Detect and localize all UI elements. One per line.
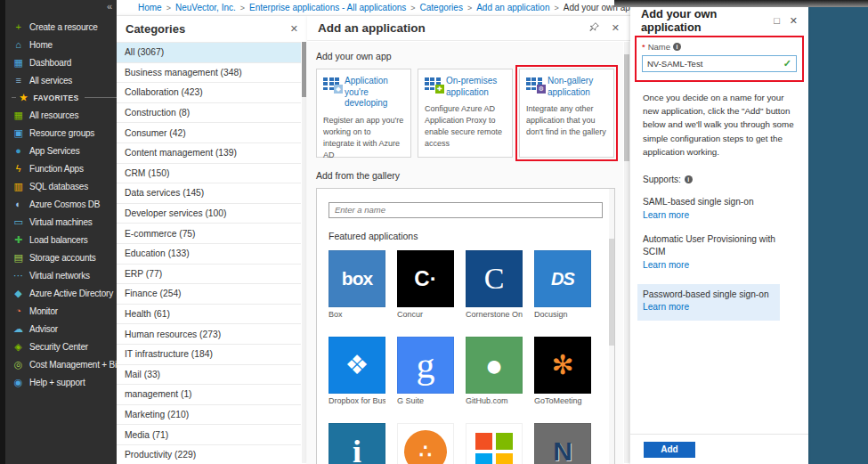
gallery-scrollbar-thumb[interactable] [609, 239, 614, 346]
gallery-app[interactable]: box Box [329, 250, 385, 319]
app-logo-glyph: N [553, 438, 572, 464]
gallery-app[interactable]: ❖ Dropbox for Busi... [329, 337, 385, 405]
sidebar-item[interactable]: ◔ Monitor [5, 302, 117, 320]
category-item[interactable]: Human resources (273) [117, 323, 301, 344]
breadcrumb-link[interactable]: Enterprise applications - All applicatio… [249, 3, 406, 12]
sidebar-item[interactable]: ▤ Storage accounts [5, 248, 117, 266]
sidebar-item[interactable]: ≡ All services [5, 71, 117, 89]
application-name-input[interactable] [647, 59, 783, 69]
app-logo-tile: C· [397, 250, 454, 307]
learn-more-link[interactable]: Learn more [643, 301, 689, 313]
gallery-app[interactable]: ✻ GoToMeeting [534, 337, 591, 405]
app-logo-tile: C [466, 250, 523, 307]
gallery-app[interactable]: N [534, 423, 591, 464]
pin-icon[interactable] [589, 22, 599, 34]
maximize-icon[interactable]: □ [774, 15, 780, 26]
close-icon[interactable]: ✕ [612, 22, 620, 34]
own-app-tile-description: Configure Azure AD Application Proxy to … [425, 103, 506, 150]
app-grid-icon: ⚙ [526, 77, 542, 90]
sidebar-item[interactable]: ● App Services [5, 142, 117, 159]
category-item[interactable]: Content management (139) [117, 142, 301, 163]
category-item[interactable]: Developer services (100) [117, 203, 301, 224]
gallery-app[interactable] [466, 423, 523, 464]
gallery-app[interactable]: i [329, 423, 385, 464]
gallery-app[interactable]: C· Concur [397, 250, 454, 319]
sidebar-item[interactable]: ⌂ Home [5, 36, 117, 53]
category-item[interactable]: E-commerce (75) [117, 223, 301, 243]
add-application-scrollbar-thumb[interactable] [624, 54, 629, 161]
category-label: CRM (150) [125, 168, 169, 178]
sidebar-item[interactable]: ▭ Virtual machines [5, 213, 117, 231]
sidebar-item[interactable]: ◆ Azure Active Directory [5, 284, 117, 302]
category-item[interactable]: ERP (77) [117, 264, 301, 284]
own-app-tile[interactable]: ⚙ Non-gallery application Integrate any … [519, 69, 614, 158]
category-item[interactable]: Collaboration (423) [117, 82, 301, 102]
category-item[interactable]: Mail (33) [117, 364, 301, 385]
category-label: Health (61) [125, 309, 170, 319]
category-item[interactable]: Health (61) [117, 304, 301, 324]
sidebar-collapse-icon[interactable]: « [107, 1, 112, 12]
gallery-app[interactable]: C Cornerstone On... [466, 250, 523, 319]
category-item[interactable]: management (1) [117, 384, 301, 404]
category-item[interactable]: Education (133) [117, 243, 301, 264]
sidebar-item[interactable]: ▣ Resource groups [5, 124, 117, 142]
sidebar-item[interactable]: ◉ Help + support [5, 373, 117, 391]
gallery-app[interactable]: ∴ [397, 423, 454, 464]
learn-more-link[interactable]: Learn more [643, 209, 689, 222]
app-grid-overlay-icon: ✚ [435, 85, 444, 94]
category-item[interactable]: Consumer (42) [117, 122, 301, 142]
sidebar-item[interactable]: ▦ All resources [5, 106, 117, 124]
breadcrumb-link[interactable]: Categories [420, 3, 463, 12]
category-label: Media (71) [125, 430, 168, 440]
microsoft-squares-icon [475, 433, 513, 464]
category-item[interactable]: All (3067) [117, 42, 301, 62]
category-item[interactable]: Media (71) [117, 424, 301, 444]
category-item[interactable]: Business management (348) [117, 62, 301, 83]
learn-more-link[interactable]: Learn more [643, 259, 689, 272]
categories-scrollbar-thumb[interactable] [302, 42, 306, 97]
category-item[interactable]: Marketing (210) [117, 404, 301, 425]
sidebar-item[interactable]: ▥ SQL databases [5, 177, 117, 195]
name-field-label: Name [648, 42, 670, 52]
category-label: Developer services (100) [125, 208, 226, 218]
gallery-search-input[interactable] [329, 202, 603, 218]
category-item[interactable]: CRM (150) [117, 163, 301, 183]
own-app-tile[interactable]: ◆ Application you're developing Register… [316, 69, 411, 158]
sidebar-item[interactable]: ▦ Dashboard [5, 53, 117, 71]
category-item[interactable]: Data services (145) [117, 183, 301, 203]
close-icon[interactable]: ✕ [790, 15, 798, 27]
support-name: Password-based single sign-on [643, 289, 775, 301]
supports-list: SAML-based single sign-on Learn more Aut… [643, 196, 796, 321]
add-button[interactable]: Add [644, 442, 695, 458]
sidebar-item[interactable]: ✚ Load balancers [5, 231, 117, 248]
own-app-tile[interactable]: ✚ On-premises application Configure Azur… [418, 69, 513, 158]
category-item[interactable]: Productivity (229) [117, 444, 301, 464]
breadcrumb-link[interactable]: Add an application [476, 3, 549, 12]
gallery-scrollbar [609, 189, 614, 464]
sidebar-item[interactable]: ◈ Security Center [5, 338, 117, 355]
category-item[interactable]: IT infrastructure (184) [117, 344, 301, 364]
own-application-footer: Add [630, 434, 808, 464]
sidebar-item-label: Virtual machines [29, 217, 93, 227]
gallery-app[interactable]: DS Docusign [534, 250, 591, 319]
sidebar-item-label: Security Center [29, 342, 88, 352]
sidebar-item[interactable]: ☁ Advisor [5, 320, 117, 338]
close-icon[interactable]: ✕ [290, 23, 298, 35]
app-label: Dropbox for Busi... [329, 396, 385, 405]
app-label: Cornerstone On... [466, 310, 523, 319]
sidebar-item-icon: ≡ [12, 76, 25, 85]
breadcrumb-link[interactable]: Home [138, 3, 162, 12]
sidebar-item[interactable]: ⋯ Virtual networks [5, 266, 117, 284]
sidebar-item[interactable]: ◎ Cost Management + Billing [5, 355, 117, 373]
gallery-app[interactable]: g G Suite [397, 337, 454, 405]
category-label: All (3067) [125, 47, 164, 57]
sidebar-item[interactable]: ϟ Function Apps [5, 159, 117, 177]
category-item[interactable]: Construction (8) [117, 102, 301, 123]
sidebar-item[interactable]: + Create a resource [5, 18, 117, 36]
category-item[interactable]: Finance (254) [117, 283, 301, 304]
category-label: Collaboration (423) [125, 87, 203, 97]
desktop-background [808, 7, 868, 464]
breadcrumb-link[interactable]: NeuVector, Inc. [175, 3, 236, 12]
sidebar-item[interactable]: ◐ Azure Cosmos DB [5, 195, 117, 213]
gallery-app[interactable]: ● GitHub.com [466, 337, 523, 405]
